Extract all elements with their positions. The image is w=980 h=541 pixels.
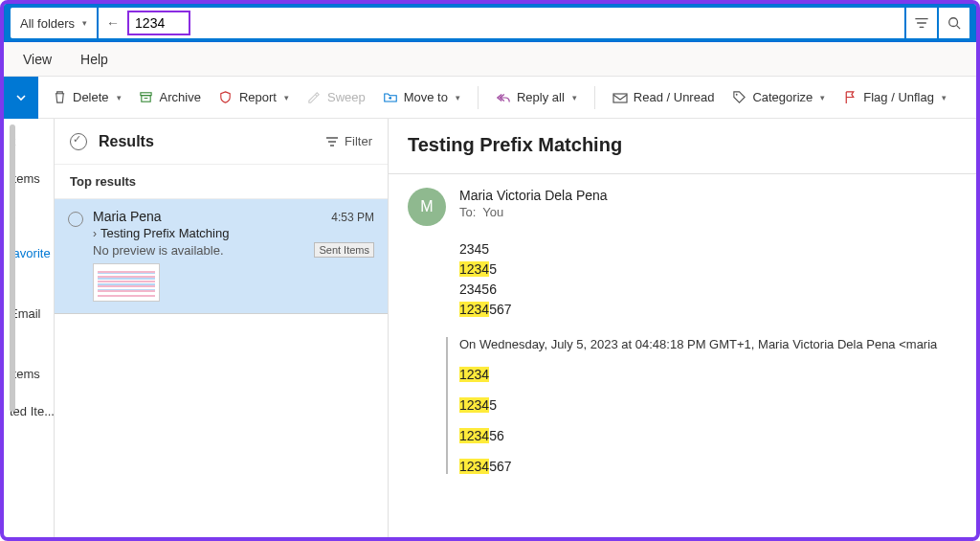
sidebar-item[interactable]: Email: [10, 306, 56, 321]
toolbar-dropdown[interactable]: [4, 77, 38, 119]
shield-icon: [218, 90, 234, 105]
menu-bar: View Help: [4, 42, 976, 77]
result-subject: Testing Prefix Matching: [100, 226, 229, 240]
chevron-down-icon: ▾: [820, 93, 825, 102]
categorize-label: Categorize: [752, 90, 813, 104]
main-area: xItemssfavoriteEmailItemsted Ite... Resu…: [4, 119, 976, 537]
chevron-down-icon: ▾: [456, 93, 460, 102]
flag-label: Flag / Unflag: [863, 90, 934, 104]
message-to: To: You: [459, 205, 608, 219]
delete-button[interactable]: Delete ▾: [52, 90, 122, 105]
folder-select[interactable]: All folders ▾: [11, 8, 97, 38]
archive-label: Archive: [160, 90, 201, 104]
search-input-wrapper: ←: [99, 8, 904, 38]
menu-view[interactable]: View: [23, 52, 52, 67]
archive-icon: [139, 90, 154, 105]
quote-header: On Wednesday, July 5, 2023 at 04:48:18 P…: [459, 337, 976, 351]
message-header: M Maria Victoria Dela Pena To: You: [408, 188, 976, 226]
avatar: M: [408, 188, 446, 226]
result-item[interactable]: Maria Pena 4:53 PM › Testing Prefix Matc…: [55, 199, 388, 314]
folder-move-icon: [383, 90, 398, 105]
top-results-label: Top results: [55, 165, 388, 199]
replyall-button[interactable]: Reply all ▾: [496, 90, 577, 105]
result-folder-badge: Sent Items: [314, 242, 374, 258]
chevron-down-icon: ▾: [572, 93, 577, 102]
sweep-icon: [306, 90, 322, 105]
delete-label: Delete: [73, 90, 109, 104]
sweep-button: Sweep: [306, 90, 366, 105]
envelope-icon: [612, 90, 628, 105]
sidebar-item[interactable]: Items: [10, 367, 56, 381]
sidebar-item[interactable]: favorite: [10, 246, 56, 260]
sent-arrow-icon: ›: [93, 227, 97, 240]
result-thumbnail: [93, 263, 160, 302]
chevron-down-icon: ▾: [942, 93, 947, 102]
results-header: Results Filter: [55, 119, 388, 165]
folder-select-label: All folders: [20, 16, 75, 31]
message-from: Maria Victoria Dela Pena: [459, 188, 608, 203]
flag-icon: [842, 90, 858, 105]
toolbar: Delete ▾ Archive Report ▾ Sweep: [4, 77, 976, 119]
search-icon[interactable]: [939, 8, 969, 38]
sidebar-scrollbar[interactable]: [10, 124, 15, 412]
trash-icon: [52, 90, 67, 105]
back-arrow-icon[interactable]: ←: [106, 15, 120, 31]
categorize-button[interactable]: Categorize ▾: [731, 90, 825, 105]
search-input[interactable]: [135, 15, 183, 31]
flag-button[interactable]: Flag / Unflag ▾: [842, 90, 947, 105]
svg-point-4: [736, 94, 738, 96]
result-time: 4:53 PM: [331, 211, 374, 224]
chevron-down-icon: ▾: [284, 93, 289, 102]
archive-button[interactable]: Archive: [139, 90, 201, 105]
search-query-highlight: [127, 11, 190, 35]
report-label: Report: [239, 90, 277, 104]
chevron-down-icon: ▾: [117, 93, 122, 102]
sidebar-item[interactable]: ted Ite...: [10, 404, 56, 418]
folder-sidebar: xItemssfavoriteEmailItemsted Ite...: [4, 119, 56, 530]
filter-icon[interactable]: [906, 8, 937, 38]
results-title: Results: [99, 133, 154, 150]
replyall-label: Reply all: [517, 90, 565, 104]
result-sender: Maria Pena: [93, 209, 162, 224]
reading-pane: Testing Prefix Matching M Maria Victoria…: [389, 119, 976, 537]
search-bar: All folders ▾ ←: [4, 4, 976, 42]
result-preview: No preview is available.: [93, 243, 224, 258]
moveto-button[interactable]: Move to ▾: [383, 90, 460, 105]
sidebar-item[interactable]: s: [10, 209, 56, 223]
select-all-icon[interactable]: [70, 133, 87, 150]
readunread-button[interactable]: Read / Unread: [612, 90, 715, 105]
svg-rect-3: [613, 94, 627, 102]
filter-label: Filter: [345, 134, 372, 148]
message-subject: Testing Prefix Matching: [408, 134, 976, 156]
message-body: 234512345234561234567: [408, 239, 976, 320]
chevron-down-icon: ▾: [82, 18, 87, 28]
readunread-label: Read / Unread: [634, 90, 715, 104]
result-select-radio[interactable]: [68, 212, 83, 227]
svg-point-0: [949, 18, 958, 27]
tag-icon: [731, 90, 746, 105]
menu-help[interactable]: Help: [80, 52, 108, 67]
report-button[interactable]: Report ▾: [218, 90, 289, 105]
sidebar-item[interactable]: Items: [10, 171, 56, 186]
quote-block: On Wednesday, July 5, 2023 at 04:48:18 P…: [446, 337, 976, 474]
filter-lines-icon: [325, 136, 339, 147]
sweep-label: Sweep: [327, 90, 366, 104]
filter-button[interactable]: Filter: [325, 134, 372, 148]
reply-all-icon: [496, 90, 511, 105]
sidebar-item[interactable]: x: [10, 134, 56, 148]
results-column: Results Filter Top results Maria Pena 4:…: [54, 119, 389, 537]
moveto-label: Move to: [404, 90, 448, 104]
